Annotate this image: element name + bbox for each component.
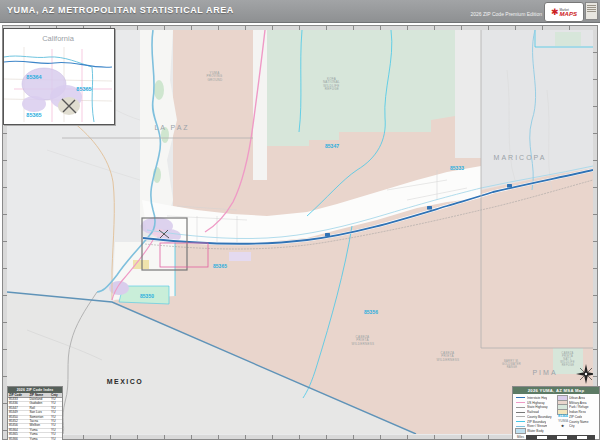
zip-label-85350: 85350 xyxy=(140,293,154,299)
riparian-green xyxy=(154,80,164,100)
legend-row: Interstate Hwy xyxy=(516,396,554,400)
scale-units: Miles xyxy=(517,435,524,439)
neatline-right xyxy=(593,26,597,439)
legend-row: County Boundary xyxy=(516,415,554,419)
legend-swatch xyxy=(516,412,525,413)
legend-swatch: YUMA xyxy=(558,420,567,423)
inset-zip-85364: 85364 xyxy=(26,74,42,80)
region-palomas-plain xyxy=(455,30,481,158)
legend-row: 85364ZIP Code xyxy=(558,415,596,419)
legend-swatch xyxy=(516,429,525,433)
legend-label: US Highway xyxy=(527,401,545,405)
county-label-pima: PIMA xyxy=(532,369,557,376)
inset-zip-85365a: 85365 xyxy=(76,86,91,92)
inset-urban-blob3 xyxy=(22,96,46,112)
legend-row: Park / Refuge xyxy=(558,406,596,410)
region-topright-green xyxy=(555,32,581,46)
legend-row: Indian Resv. xyxy=(558,410,596,414)
legend-swatch xyxy=(516,407,525,408)
zip-label-85356: 85356 xyxy=(364,309,378,315)
legend-swatch xyxy=(516,421,525,422)
legend-label: Military Area xyxy=(569,401,587,405)
legend-col-right: Urban AreaMilitary AreaPark / RefugeIndi… xyxy=(558,396,596,433)
logo-star-icon: ✱ xyxy=(551,8,559,17)
legend-row: YUMACounty Name xyxy=(558,420,596,424)
zip-table-body: 85333DatelandYU85336GadsdenYU85347RollYU… xyxy=(8,398,62,440)
legend-row: US Highway xyxy=(516,401,554,405)
legend-title: 2026 YUMA, AZ MSA Map xyxy=(513,387,599,394)
legend-label: Interstate Hwy xyxy=(527,396,547,400)
logo-maps-text: MAPS xyxy=(560,12,577,16)
legend-label: Urban Area xyxy=(569,396,585,400)
legend-box: 2026 YUMA, AZ MSA Map Interstate HwyUS H… xyxy=(512,386,600,440)
edition-label: 2026 ZIP Code Premium Edition xyxy=(470,11,542,17)
legend-swatch: 85364 xyxy=(558,415,567,418)
legend-row: ZIP Boundary xyxy=(516,420,554,424)
legend-label: City xyxy=(569,424,575,428)
legend-row: Railroad xyxy=(516,410,554,414)
inset-zip-85365b: 85365 xyxy=(26,112,41,118)
legend-swatch: ★ xyxy=(558,425,567,428)
legend-label: Indian Resv. xyxy=(569,410,586,414)
legend-label: Water Body xyxy=(527,429,544,433)
inset-map-svg: California 85364 85365 85365 xyxy=(4,29,112,122)
page-title: YUMA, AZ METROPOLITAN STATISTICAL AREA xyxy=(7,5,234,15)
zip-label-85333: 85333 xyxy=(450,165,464,171)
legend-row: Water Body xyxy=(516,429,554,433)
legend-row: State Highway xyxy=(516,406,554,410)
header-bar: YUMA, AZ METROPOLITAN STATISTICAL AREA 2… xyxy=(0,0,600,23)
legend-swatch xyxy=(558,405,567,409)
logo-address-block xyxy=(585,2,598,20)
legend-row: River / Stream xyxy=(516,425,554,429)
scale-bar xyxy=(526,435,595,440)
region-maricopa-county xyxy=(481,30,593,190)
county-label-la-paz: LA PAZ xyxy=(154,124,189,131)
legend-row: Urban Area xyxy=(558,396,596,400)
inset-map: California 85364 85365 85365 xyxy=(3,28,115,125)
zip-index-table: 2026 ZIP Code Index ZIP Code ZIP Name Cn… xyxy=(7,386,63,440)
neatline-bottom xyxy=(3,435,597,439)
inset-state-label: California xyxy=(42,34,75,43)
legend-row: Military Area xyxy=(558,401,596,405)
zip-label-85347: 85347 xyxy=(325,143,339,149)
legend-row: ★City xyxy=(558,425,596,429)
county-label-maricopa: MARICOPA xyxy=(494,154,547,161)
legend-label: Railroad xyxy=(527,410,539,414)
legend-label: ZIP Boundary xyxy=(527,420,546,424)
legend-label: State Highway xyxy=(527,405,548,409)
region-kofa-refuge xyxy=(267,30,455,146)
region-foothills-urban xyxy=(229,252,251,261)
legend-swatch xyxy=(516,402,525,403)
legend-label: County Name xyxy=(569,420,589,424)
legend-swatch xyxy=(516,397,525,398)
publisher-logo: ✱ Market MAPS xyxy=(544,2,584,22)
zip-label-85365: 85365 xyxy=(213,263,227,269)
legend-swatch xyxy=(516,426,525,427)
legend-col-left: Interstate HwyUS HighwayState HighwayRai… xyxy=(516,396,554,433)
legend-swatch xyxy=(558,396,567,400)
legend-swatch xyxy=(516,416,525,417)
country-label-mexico: MEXICO xyxy=(107,378,144,385)
legend-label: ZIP Code xyxy=(569,415,582,419)
legend-label: Park / Refuge xyxy=(569,405,589,409)
legend-label: County Boundary xyxy=(527,415,552,419)
legend-swatch xyxy=(558,401,567,405)
legend-label: River / Stream xyxy=(527,424,547,428)
